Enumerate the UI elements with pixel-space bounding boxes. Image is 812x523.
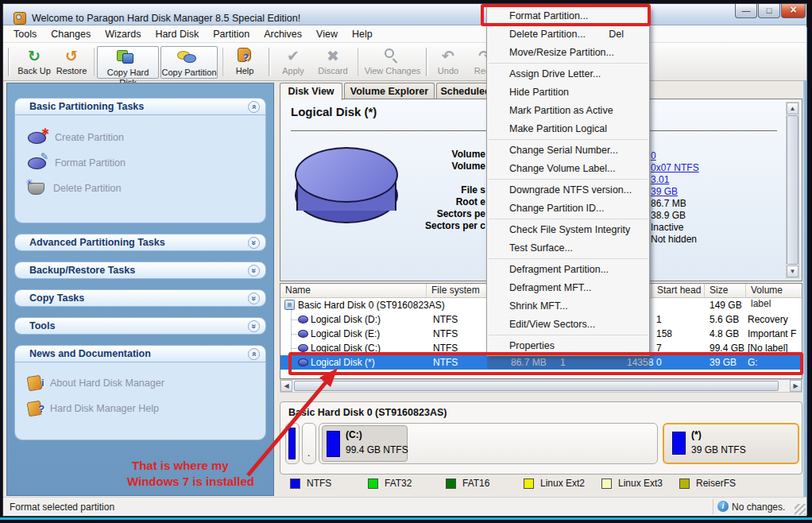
menu-item-mark-active[interactable]: Mark Partition as Active xyxy=(487,102,649,120)
menu-hard-disk[interactable]: Hard Disk xyxy=(148,25,206,43)
horizontal-scrollbar[interactable]: ◀ ▶ xyxy=(280,379,802,393)
small-partition-block[interactable]: . xyxy=(302,423,316,464)
column-start-head[interactable]: Start head xyxy=(652,284,705,297)
collapse-icon[interactable]: » xyxy=(248,101,260,113)
scrollbar-thumb[interactable] xyxy=(787,115,798,265)
expand-icon[interactable]: » xyxy=(248,320,260,332)
section-copy-tasks[interactable]: Copy Tasks » xyxy=(14,289,266,307)
close-button[interactable]: × xyxy=(781,4,806,18)
help-button[interactable]: ? Help xyxy=(227,45,262,79)
info-value-link[interactable]: 0 xyxy=(651,150,656,161)
section-advanced-partitioning[interactable]: Advanced Partitioning Tasks » xyxy=(14,234,266,251)
sidebar-item-delete-partition[interactable]: ✳ Delete Partition xyxy=(15,176,265,201)
copy-hard-disk-button[interactable]: Copy Hard Disk xyxy=(97,46,159,79)
expand-icon[interactable]: » xyxy=(248,292,260,304)
menu-archives[interactable]: Archives xyxy=(257,25,309,43)
legend-item: Linux Ext3 xyxy=(601,477,663,490)
info-value-link[interactable]: 39 GB xyxy=(651,186,678,197)
menu-item-change-volume-label[interactable]: Change Volume Label... xyxy=(487,160,649,178)
menu-wizards[interactable]: Wizards xyxy=(98,25,148,43)
tab-volume-explorer[interactable]: Volume Explorer xyxy=(344,83,435,99)
info-icon: i xyxy=(717,501,729,512)
section-tools[interactable]: Tools » xyxy=(14,317,266,335)
create-partition-icon: ✱ xyxy=(28,132,46,144)
copy-partition-icon xyxy=(161,47,217,68)
scroll-left-icon[interactable]: ◀ xyxy=(280,380,292,392)
section-news-docs[interactable]: News and Documentation » xyxy=(14,345,266,362)
toolbar-handle[interactable] xyxy=(269,48,271,76)
menu-item-move-resize[interactable]: Move/Resize Partition... xyxy=(487,44,649,62)
ext3-swatch xyxy=(601,478,612,489)
tab-disk-view[interactable]: Disk View xyxy=(280,83,342,100)
vertical-scrollbar[interactable]: ▲ ▼ xyxy=(786,102,799,278)
menu-item-make-logical[interactable]: Make Partition Logical xyxy=(487,120,649,138)
window-border xyxy=(803,27,807,515)
menu-item-change-serial[interactable]: Change Serial Number... xyxy=(487,141,649,160)
sidebar-item-format-partition[interactable]: ✎ Format Partition xyxy=(15,150,265,176)
toolbar-handle[interactable] xyxy=(8,48,10,76)
about-icon: i xyxy=(27,375,43,392)
menu-item-test-surface[interactable]: Test Surface... xyxy=(487,239,649,258)
copy-partition-button[interactable]: Copy Partition xyxy=(160,46,218,79)
resize-grip[interactable] xyxy=(795,504,806,515)
sidebar-item-create-partition[interactable]: ✱ Create Partition xyxy=(15,125,265,150)
small-partition-block[interactable] xyxy=(285,423,300,464)
annotation-box-row xyxy=(288,352,803,375)
legend-item: Linux Ext2 xyxy=(524,477,585,490)
menu-tools[interactable]: Tools xyxy=(6,25,44,43)
minimize-button[interactable]: — xyxy=(735,4,757,18)
app-icon xyxy=(14,12,26,25)
info-value-link[interactable]: 3.01 xyxy=(651,174,669,185)
menu-item-defragment-mft[interactable]: Defragment MFT... xyxy=(487,279,649,297)
menu-item-assign-drive-letter[interactable]: Assign Drive Letter... xyxy=(487,65,649,83)
discard-button[interactable]: ✖ Discard xyxy=(313,45,353,79)
info-value: Inactive xyxy=(651,222,683,233)
view-changes-button[interactable]: View Changes xyxy=(362,45,423,79)
scroll-up-icon[interactable]: ▲ xyxy=(787,103,798,114)
column-volume-label[interactable]: Volume label xyxy=(746,284,802,297)
sidebar: Basic Partitioning Tasks » ✱ Create Part… xyxy=(6,83,274,496)
screen: Welcome to Paragon Hard Disk Manager 8.5… xyxy=(0,0,812,523)
toolbar-handle[interactable] xyxy=(426,48,428,76)
restore-button[interactable]: ↺ Restore xyxy=(52,45,91,79)
disk-map-panel: Basic Hard Disk 0 (ST9160823AS) . (C:) 9… xyxy=(280,401,802,475)
menu-item-downgrade-ntfs[interactable]: Downgrade NTFS version... xyxy=(487,181,649,200)
partition-block-c[interactable]: (C:) 99.4 GB NTFS xyxy=(319,423,658,464)
expand-icon[interactable]: » xyxy=(248,237,260,249)
menu-changes[interactable]: Changes xyxy=(44,25,98,43)
title-bar[interactable]: Welcome to Paragon Hard Disk Manager 8.5… xyxy=(3,4,806,25)
collapse-icon[interactable]: » xyxy=(248,348,260,360)
backup-button[interactable]: ↻ Back Up xyxy=(14,45,54,79)
section-backup-restore[interactable]: Backup/Restore Tasks » xyxy=(14,262,266,279)
menu-item-delete-partition[interactable]: Delete Partition...Del xyxy=(487,25,649,44)
menu-partition[interactable]: Partition xyxy=(206,25,257,43)
menu-item-hide-partition[interactable]: Hide Partition xyxy=(487,83,649,102)
toolbar-separator xyxy=(94,48,95,76)
apply-icon: ✔ xyxy=(275,45,311,66)
undo-button[interactable]: ↶ Undo xyxy=(431,45,466,79)
menu-help[interactable]: Help xyxy=(345,25,380,43)
scroll-right-icon[interactable]: ▶ xyxy=(790,380,802,392)
apply-button[interactable]: ✔ Apply xyxy=(275,45,311,79)
menu-item-shrink-mft[interactable]: Shrink MFT... xyxy=(487,297,649,316)
menu-item-edit-view-sectors[interactable]: Edit/View Sectors... xyxy=(487,316,649,334)
status-text: Format selected partition xyxy=(10,502,114,513)
column-size[interactable]: Size xyxy=(705,284,746,297)
menu-item-change-partition-id[interactable]: Change Partition ID... xyxy=(487,200,649,218)
info-value: 86.7 MB xyxy=(651,198,686,209)
maximize-button[interactable]: □ xyxy=(758,4,780,18)
menu-item-check-fs-integrity[interactable]: Check File System Integrity xyxy=(487,221,649,239)
menu-view[interactable]: View xyxy=(309,25,345,43)
menu-item-defragment-partition[interactable]: Defragment Partition... xyxy=(487,261,649,279)
partition-block-star-selected[interactable]: (*) 39 GB NTFS xyxy=(663,423,799,464)
column-name[interactable]: Name xyxy=(280,284,427,297)
section-basic-partitioning[interactable]: Basic Partitioning Tasks » xyxy=(14,98,266,115)
sidebar-item-about[interactable]: i About Hard Disk Manager xyxy=(15,370,265,396)
toolbar-separator xyxy=(358,48,358,76)
scrollbar-thumb[interactable] xyxy=(294,381,779,391)
sidebar-item-help[interactable]: ? Hard Disk Manager Help xyxy=(15,396,265,421)
scroll-down-icon[interactable]: ▼ xyxy=(787,265,798,277)
info-value-link[interactable]: 0x07 NTFS xyxy=(651,162,699,173)
expand-icon[interactable]: » xyxy=(248,265,260,277)
fat16-swatch xyxy=(446,478,456,489)
